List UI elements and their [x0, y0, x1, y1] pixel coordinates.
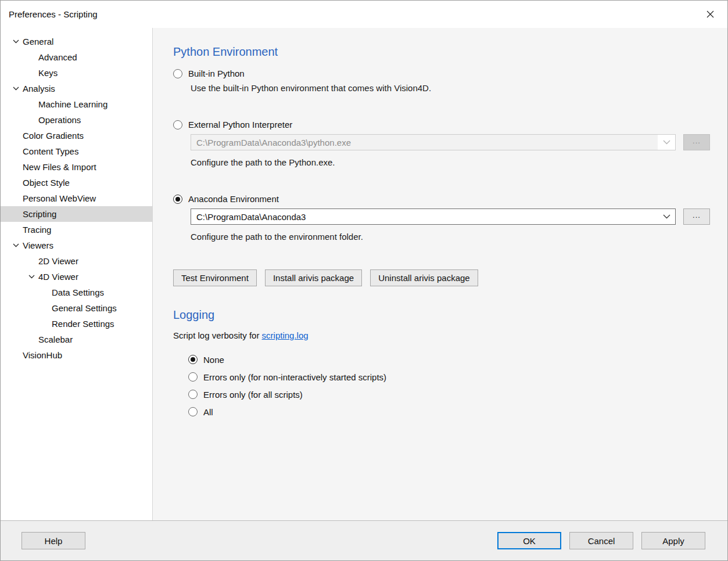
radio-icon[interactable] — [173, 195, 182, 204]
sidebar-item-content-types[interactable]: Content Types — [1, 143, 152, 159]
radio-icon[interactable] — [188, 390, 198, 399]
sidebar-item-tracing[interactable]: Tracing — [1, 222, 152, 238]
log-option-label: None — [203, 355, 224, 365]
log-option-label: Errors only (for all scripts) — [203, 390, 303, 400]
anaconda-description: Configure the path to the environment fo… — [191, 232, 727, 242]
test-environment-button[interactable]: Test Environment — [173, 269, 257, 286]
preferences-dialog: Preferences - Scripting General Advanced… — [0, 0, 728, 561]
install-arivis-package-button[interactable]: Install arivis package — [265, 269, 362, 286]
sidebar-item-render-settings[interactable]: Render Settings — [1, 316, 152, 332]
log-option-errors-all[interactable]: Errors only (for all scripts) — [188, 386, 727, 403]
log-option-all[interactable]: All — [188, 403, 727, 420]
tree-label: Render Settings — [52, 319, 114, 329]
sidebar-item-analysis[interactable]: Analysis — [1, 81, 152, 96]
tree-label: Color Gradients — [23, 131, 84, 141]
anaconda-environment-radio[interactable]: Anaconda Environment — [173, 194, 727, 204]
external-python-path-combobox: C:\ProgramData\Anaconda3\python.exe — [191, 134, 676, 150]
tree-label: 2D Viewer — [38, 256, 78, 266]
sidebar-item-scripting[interactable]: Scripting — [1, 206, 152, 222]
log-verbosity-options: None Errors only (for non-interactively … — [188, 351, 727, 420]
radio-icon[interactable] — [188, 372, 198, 382]
sidebar-item-operations[interactable]: Operations — [1, 112, 152, 128]
chevron-down-icon — [658, 135, 675, 150]
sidebar-item-object-style[interactable]: Object Style — [1, 175, 152, 190]
external-browse-button: ... — [683, 134, 710, 150]
apply-button[interactable]: Apply — [641, 532, 705, 549]
anaconda-browse-button[interactable]: ... — [683, 208, 710, 225]
log-option-label: All — [203, 407, 213, 417]
chevron-down-icon[interactable] — [9, 87, 23, 91]
uninstall-arivis-package-button[interactable]: Uninstall arivis package — [370, 269, 478, 286]
log-intro-text: Script log verbosity for — [173, 330, 262, 340]
close-icon — [706, 10, 715, 19]
chevron-down-icon[interactable] — [9, 243, 23, 247]
tree-label: 4D Viewer — [38, 272, 78, 282]
tree-label: Data Settings — [52, 287, 104, 297]
tree-label: Keys — [38, 68, 58, 78]
tree-label: Viewers — [23, 240, 53, 250]
radio-icon[interactable] — [173, 120, 182, 130]
dialog-footer: Help OK Cancel Apply — [1, 520, 727, 560]
tree-label: Object Style — [23, 178, 70, 188]
help-button[interactable]: Help — [21, 532, 85, 549]
builtin-python-description: Use the built-in Python environment that… — [191, 83, 727, 93]
sidebar-item-2d-viewer[interactable]: 2D Viewer — [1, 253, 152, 269]
logging-heading: Logging — [173, 307, 727, 322]
sidebar-item-keys[interactable]: Keys — [1, 65, 152, 81]
radio-icon[interactable] — [173, 69, 182, 78]
log-option-errors-noninteractive[interactable]: Errors only (for non-interactively start… — [188, 368, 727, 386]
anaconda-path-combobox[interactable]: C:\ProgramData\Anaconda3 — [191, 208, 676, 225]
scripting-log-link[interactable]: scripting.log — [262, 330, 309, 340]
main-panel: Python Environment Built-in Python Use t… — [153, 28, 727, 520]
radio-icon[interactable] — [188, 407, 198, 416]
tree-label: VisionHub — [23, 350, 62, 360]
sidebar-item-advanced[interactable]: Advanced — [1, 49, 152, 65]
python-environment-heading: Python Environment — [173, 44, 727, 59]
sidebar-item-visionhub[interactable]: VisionHub — [1, 347, 152, 363]
anaconda-path-value[interactable]: C:\ProgramData\Anaconda3 — [191, 212, 658, 222]
chevron-down-icon[interactable] — [24, 275, 38, 279]
sidebar-item-general-settings[interactable]: General Settings — [1, 300, 152, 316]
sidebar-item-data-settings[interactable]: Data Settings — [1, 285, 152, 300]
external-python-radio[interactable]: External Python Interpreter — [173, 120, 727, 130]
title-bar: Preferences - Scripting — [1, 1, 727, 28]
tree-label: New Files & Import — [23, 162, 96, 172]
tree-label: Analysis — [23, 84, 55, 94]
tree-label: Machine Learning — [38, 99, 107, 109]
log-option-label: Errors only (for non-interactively start… — [203, 372, 386, 382]
tree-label: Scalebar — [38, 335, 73, 344]
tree-label: Scripting — [23, 209, 56, 219]
external-python-path-value: C:\ProgramData\Anaconda3\python.exe — [191, 138, 658, 148]
tree-label: General — [23, 37, 53, 46]
preferences-tree: General Advanced Keys Analysis Machine L… — [1, 28, 153, 520]
sidebar-item-general[interactable]: General — [1, 34, 152, 49]
cancel-button[interactable]: Cancel — [569, 532, 633, 549]
sidebar-item-color-gradients[interactable]: Color Gradients — [1, 128, 152, 143]
tree-label: Operations — [38, 115, 81, 125]
tree-label: Content Types — [23, 146, 78, 156]
sidebar-item-scalebar[interactable]: Scalebar — [1, 332, 152, 347]
radio-icon[interactable] — [188, 355, 198, 364]
sidebar-item-4d-viewer[interactable]: 4D Viewer — [1, 269, 152, 285]
anaconda-environment-label: Anaconda Environment — [188, 194, 279, 204]
log-option-none[interactable]: None — [188, 351, 727, 368]
builtin-python-label: Built-in Python — [188, 69, 245, 78]
sidebar-item-new-files-import[interactable]: New Files & Import — [1, 159, 152, 175]
external-python-label: External Python Interpreter — [188, 120, 292, 130]
chevron-down-icon[interactable] — [9, 39, 23, 44]
sidebar-item-viewers[interactable]: Viewers — [1, 238, 152, 253]
sidebar-item-personal-webview[interactable]: Personal WebView — [1, 190, 152, 206]
tree-label: Advanced — [38, 52, 77, 62]
ok-button[interactable]: OK — [497, 532, 561, 549]
sidebar-item-machine-learning[interactable]: Machine Learning — [1, 96, 152, 112]
tree-label: Personal WebView — [23, 193, 96, 203]
window-title: Preferences - Scripting — [9, 9, 98, 19]
close-button[interactable] — [704, 8, 717, 21]
log-verbosity-intro: Script log verbosity for scripting.log — [173, 330, 727, 340]
builtin-python-radio[interactable]: Built-in Python — [173, 69, 727, 78]
tree-label: Tracing — [23, 225, 51, 235]
external-python-description: Configure the path to the Python.exe. — [191, 157, 727, 167]
tree-label: General Settings — [52, 303, 117, 313]
chevron-down-icon[interactable] — [658, 209, 675, 224]
